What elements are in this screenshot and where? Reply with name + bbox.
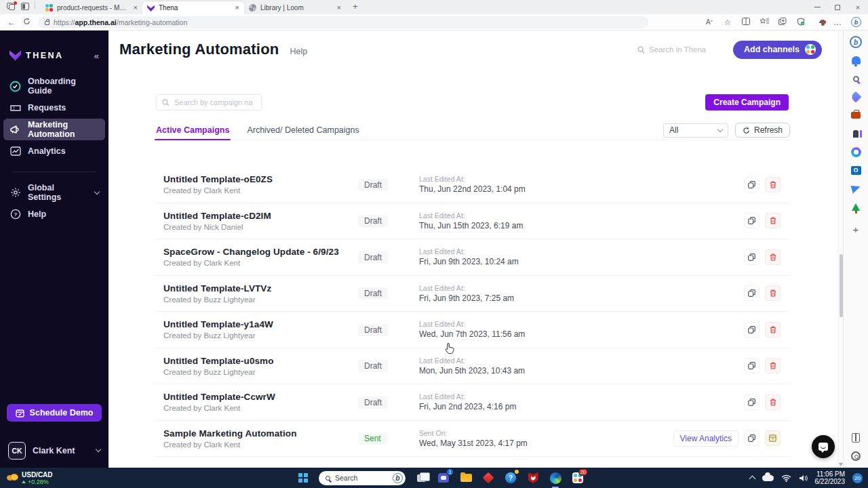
campaign-row[interactable]: Untitled Template-LVTVz Created by Buzz …	[155, 276, 790, 312]
copy-button[interactable]	[744, 322, 760, 338]
campaign-name[interactable]: Untitled Template-oE0ZS	[163, 174, 358, 184]
split-screen-icon[interactable]	[741, 18, 751, 26]
campaign-search-input[interactable]	[174, 98, 252, 106]
copy-button[interactable]	[744, 285, 760, 301]
delete-button[interactable]	[765, 213, 781, 228]
bing-chat-icon[interactable]: b	[849, 35, 863, 49]
delete-button[interactable]	[765, 394, 781, 410]
sidebar-item-help[interactable]: ? Help	[3, 203, 105, 225]
send-icon[interactable]	[849, 182, 863, 195]
chat-widget-button[interactable]	[812, 435, 835, 458]
campaign-row[interactable]: Untitled Template-cD2IM Created by Nick …	[155, 203, 790, 240]
taskbar-clock[interactable]: 11:06 PM 6/22/2023	[815, 470, 846, 485]
tab-active-campaigns[interactable]: Active Campaigns	[155, 125, 231, 140]
campaign-name[interactable]: Sample Marketing Automation	[163, 428, 358, 439]
add-channels-button[interactable]: Add channels	[733, 41, 822, 59]
create-campaign-button[interactable]: Create Campaign	[705, 94, 789, 110]
tab-slack[interactable]: product-requests - Manage Slac ×	[41, 1, 142, 14]
campaign-name[interactable]: Untitled Template-CcwrW	[163, 392, 358, 402]
user-menu[interactable]: CK Clark Kent	[8, 442, 100, 460]
close-tab-icon[interactable]: ×	[134, 4, 138, 12]
browser-essentials-icon[interactable]	[796, 18, 806, 27]
get-help-button[interactable]: ?	[504, 471, 517, 485]
new-tab-button[interactable]: +	[353, 1, 358, 12]
mcafee-button[interactable]	[526, 471, 540, 485]
copy-button[interactable]	[744, 430, 760, 446]
lock-icon[interactable]	[45, 21, 50, 25]
copy-button[interactable]	[744, 177, 760, 192]
schedule-demo-button[interactable]: Schedule Demo	[7, 404, 102, 422]
shopping-tag-icon[interactable]	[849, 90, 863, 104]
maximize-button[interactable]	[827, 0, 848, 14]
speaker-icon[interactable]	[799, 474, 808, 482]
delete-button[interactable]	[765, 358, 781, 373]
delete-button[interactable]	[765, 177, 781, 192]
address-bar[interactable]: https://app.thena.ai/marketing-automatio…	[38, 16, 648, 28]
collections-star-icon[interactable]	[760, 18, 769, 26]
add-collection-icon[interactable]	[778, 18, 787, 26]
campaign-filter-select[interactable]: All	[663, 123, 728, 138]
campaign-row[interactable]: Untitled Template-CcwrW Created by Clark…	[155, 384, 790, 421]
toolbox-icon[interactable]	[849, 108, 863, 122]
close-window-button[interactable]: ×	[848, 0, 868, 14]
campaign-name[interactable]: Untitled Template-y1a4W	[163, 319, 358, 329]
copy-button[interactable]	[744, 358, 760, 373]
campaign-name[interactable]: SpaceGrow - Changelog Update - 6/9/23	[163, 247, 358, 257]
copy-button[interactable]	[744, 394, 760, 410]
workspaces-icon[interactable]	[7, 3, 16, 11]
campaign-name[interactable]: Untitled Template-u0smo	[163, 356, 358, 366]
campaign-row[interactable]: Untitled Template-u0smo Created by Buzz …	[155, 348, 790, 385]
sidebar-item-requests[interactable]: Requests	[3, 97, 105, 119]
collapse-sidebar-icon[interactable]: «	[94, 51, 99, 61]
delete-button[interactable]	[765, 322, 781, 338]
favorite-star-icon[interactable]: ☆	[723, 18, 732, 27]
view-analytics-button[interactable]: View Analytics	[673, 430, 738, 447]
taskbar-widget[interactable]: USD/CAD +0.28%	[0, 468, 60, 488]
delete-button[interactable]	[765, 285, 781, 301]
refresh-page-icon[interactable]	[19, 18, 34, 27]
sidebar-item-global-settings[interactable]: Global Settings	[3, 182, 105, 203]
delete-button[interactable]	[765, 249, 781, 265]
taskbar-search[interactable]: Search b	[319, 471, 406, 485]
tab-thena-active[interactable]: Thena ×	[142, 1, 244, 14]
global-search[interactable]	[637, 45, 722, 54]
edge-button[interactable]	[549, 471, 562, 485]
add-sidebar-item-icon[interactable]: +	[849, 222, 863, 236]
global-search-input[interactable]	[649, 45, 717, 54]
archive-button[interactable]	[765, 430, 781, 446]
teams-chat-button[interactable]: 1	[437, 471, 450, 485]
campaign-name[interactable]: Untitled Template-cD2IM	[163, 211, 358, 221]
outlook-icon[interactable]: O	[849, 163, 863, 177]
tab-loom[interactable]: Library | Loom ×	[244, 1, 346, 14]
loop-icon[interactable]	[849, 145, 863, 159]
tab-archived-campaigns[interactable]: Archived/ Deleted Campaigns	[245, 125, 360, 140]
help-link[interactable]: Help	[290, 47, 307, 56]
copy-button[interactable]	[744, 213, 760, 228]
wifi-icon[interactable]	[781, 474, 791, 482]
minimize-button[interactable]	[807, 0, 827, 14]
campaign-row[interactable]: SpaceGrow - Changelog Update - 6/9/23 Cr…	[155, 239, 790, 276]
page-scrollbar[interactable]	[838, 30, 843, 468]
campaign-row[interactable]: Sample Marketing Automation Created by C…	[155, 421, 790, 458]
bing-chat-icon[interactable]: b	[851, 17, 861, 27]
read-aloud-icon[interactable]: A»	[705, 18, 714, 26]
back-icon[interactable]: ←	[4, 18, 19, 27]
more-menu-icon[interactable]: …	[833, 18, 842, 27]
campaign-search[interactable]	[156, 94, 262, 110]
start-button[interactable]	[296, 471, 310, 485]
office-people-icon[interactable]	[849, 127, 863, 140]
close-tab-icon[interactable]: ×	[235, 4, 239, 12]
file-explorer-button[interactable]	[459, 471, 473, 485]
notification-count-badge[interactable]: 20	[852, 473, 863, 483]
copy-button[interactable]	[744, 249, 760, 265]
tray-expand-icon[interactable]	[749, 476, 755, 483]
task-view-button[interactable]	[414, 471, 428, 485]
onedrive-icon[interactable]	[762, 475, 774, 481]
sidebar-item-marketing-automation[interactable]: Marketing Automation	[3, 119, 105, 140]
close-tab-icon[interactable]: ×	[337, 4, 341, 12]
campaign-row[interactable]: Untitled Template-y1a4W Created by Buzz …	[155, 312, 790, 348]
sidebar-item-analytics[interactable]: Analytics	[3, 140, 105, 162]
diamond-app-button[interactable]	[481, 471, 495, 485]
slack-app-button[interactable]: 20	[571, 471, 585, 485]
search-icon[interactable]	[849, 72, 863, 85]
